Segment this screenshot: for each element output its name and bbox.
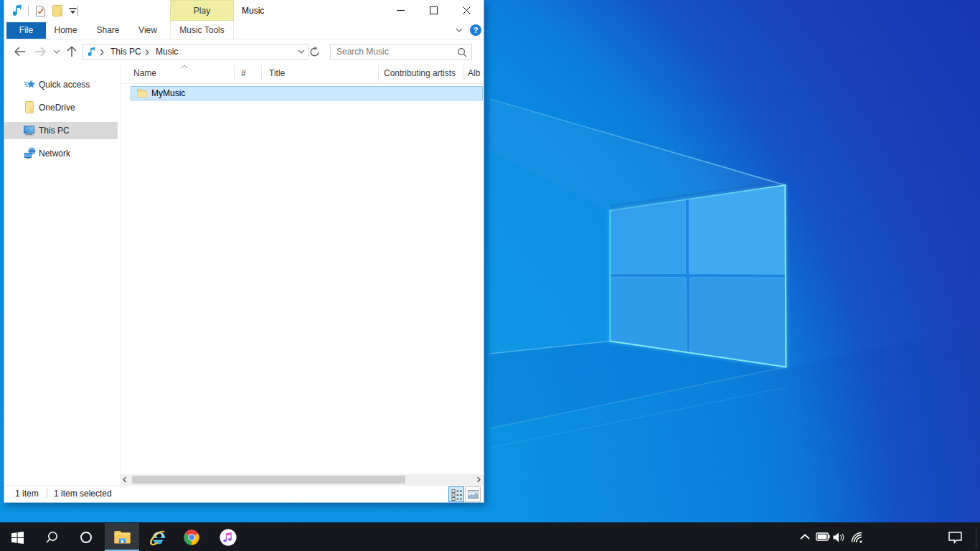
svg-text:?: ? — [473, 26, 479, 34]
